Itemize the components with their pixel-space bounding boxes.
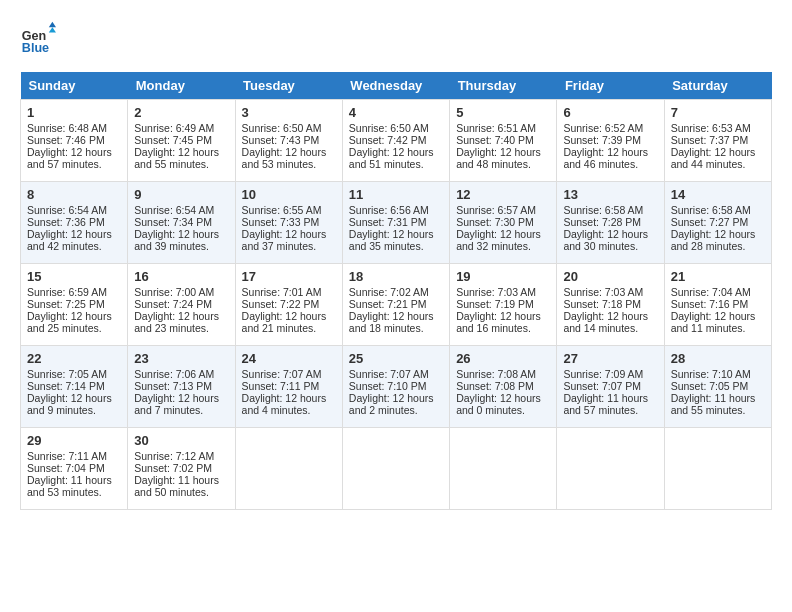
sunrise: Sunrise: 7:00 AM bbox=[134, 286, 214, 298]
day-number: 26 bbox=[456, 351, 550, 366]
sunset: Sunset: 7:18 PM bbox=[563, 298, 641, 310]
calendar-cell: 7Sunrise: 6:53 AMSunset: 7:37 PMDaylight… bbox=[664, 100, 771, 182]
sunrise: Sunrise: 6:51 AM bbox=[456, 122, 536, 134]
day-number: 13 bbox=[563, 187, 657, 202]
sunrise: Sunrise: 7:10 AM bbox=[671, 368, 751, 380]
sunset: Sunset: 7:14 PM bbox=[27, 380, 105, 392]
daylight-label: Daylight: 12 hours and 4 minutes. bbox=[242, 392, 327, 416]
daylight-label: Daylight: 12 hours and 44 minutes. bbox=[671, 146, 756, 170]
sunrise: Sunrise: 7:09 AM bbox=[563, 368, 643, 380]
sunset: Sunset: 7:42 PM bbox=[349, 134, 427, 146]
col-header-friday: Friday bbox=[557, 72, 664, 100]
calendar-cell: 4Sunrise: 6:50 AMSunset: 7:42 PMDaylight… bbox=[342, 100, 449, 182]
calendar-cell: 22Sunrise: 7:05 AMSunset: 7:14 PMDayligh… bbox=[21, 346, 128, 428]
calendar-cell: 9Sunrise: 6:54 AMSunset: 7:34 PMDaylight… bbox=[128, 182, 235, 264]
day-number: 7 bbox=[671, 105, 765, 120]
calendar-cell: 21Sunrise: 7:04 AMSunset: 7:16 PMDayligh… bbox=[664, 264, 771, 346]
sunrise: Sunrise: 7:12 AM bbox=[134, 450, 214, 462]
day-number: 23 bbox=[134, 351, 228, 366]
day-number: 12 bbox=[456, 187, 550, 202]
sunset: Sunset: 7:28 PM bbox=[563, 216, 641, 228]
sunset: Sunset: 7:04 PM bbox=[27, 462, 105, 474]
day-number: 29 bbox=[27, 433, 121, 448]
col-header-thursday: Thursday bbox=[450, 72, 557, 100]
day-number: 18 bbox=[349, 269, 443, 284]
week-row-4: 22Sunrise: 7:05 AMSunset: 7:14 PMDayligh… bbox=[21, 346, 772, 428]
sunset: Sunset: 7:24 PM bbox=[134, 298, 212, 310]
daylight-label: Daylight: 12 hours and 16 minutes. bbox=[456, 310, 541, 334]
sunrise: Sunrise: 7:03 AM bbox=[456, 286, 536, 298]
daylight-label: Daylight: 11 hours and 55 minutes. bbox=[671, 392, 756, 416]
day-number: 10 bbox=[242, 187, 336, 202]
calendar-cell: 16Sunrise: 7:00 AMSunset: 7:24 PMDayligh… bbox=[128, 264, 235, 346]
daylight-label: Daylight: 12 hours and 48 minutes. bbox=[456, 146, 541, 170]
calendar-cell: 8Sunrise: 6:54 AMSunset: 7:36 PMDaylight… bbox=[21, 182, 128, 264]
day-number: 21 bbox=[671, 269, 765, 284]
daylight-label: Daylight: 12 hours and 37 minutes. bbox=[242, 228, 327, 252]
day-number: 3 bbox=[242, 105, 336, 120]
daylight-label: Daylight: 12 hours and 39 minutes. bbox=[134, 228, 219, 252]
sunrise: Sunrise: 6:59 AM bbox=[27, 286, 107, 298]
calendar-cell: 19Sunrise: 7:03 AMSunset: 7:19 PMDayligh… bbox=[450, 264, 557, 346]
logo-icon: Gen Blue bbox=[20, 20, 56, 56]
sunset: Sunset: 7:22 PM bbox=[242, 298, 320, 310]
calendar-cell: 12Sunrise: 6:57 AMSunset: 7:30 PMDayligh… bbox=[450, 182, 557, 264]
col-header-tuesday: Tuesday bbox=[235, 72, 342, 100]
col-header-monday: Monday bbox=[128, 72, 235, 100]
daylight-label: Daylight: 12 hours and 46 minutes. bbox=[563, 146, 648, 170]
sunset: Sunset: 7:39 PM bbox=[563, 134, 641, 146]
calendar-cell: 23Sunrise: 7:06 AMSunset: 7:13 PMDayligh… bbox=[128, 346, 235, 428]
sunset: Sunset: 7:08 PM bbox=[456, 380, 534, 392]
sunrise: Sunrise: 7:01 AM bbox=[242, 286, 322, 298]
sunrise: Sunrise: 6:50 AM bbox=[349, 122, 429, 134]
sunrise: Sunrise: 7:03 AM bbox=[563, 286, 643, 298]
col-header-saturday: Saturday bbox=[664, 72, 771, 100]
daylight-label: Daylight: 12 hours and 25 minutes. bbox=[27, 310, 112, 334]
daylight-label: Daylight: 12 hours and 55 minutes. bbox=[134, 146, 219, 170]
sunrise: Sunrise: 6:57 AM bbox=[456, 204, 536, 216]
week-row-5: 29Sunrise: 7:11 AMSunset: 7:04 PMDayligh… bbox=[21, 428, 772, 510]
day-number: 15 bbox=[27, 269, 121, 284]
sunrise: Sunrise: 6:58 AM bbox=[671, 204, 751, 216]
calendar-cell: 27Sunrise: 7:09 AMSunset: 7:07 PMDayligh… bbox=[557, 346, 664, 428]
day-number: 4 bbox=[349, 105, 443, 120]
week-row-1: 1Sunrise: 6:48 AMSunset: 7:46 PMDaylight… bbox=[21, 100, 772, 182]
day-number: 19 bbox=[456, 269, 550, 284]
daylight-label: Daylight: 12 hours and 53 minutes. bbox=[242, 146, 327, 170]
calendar-table: SundayMondayTuesdayWednesdayThursdayFrid… bbox=[20, 72, 772, 510]
daylight-label: Daylight: 12 hours and 9 minutes. bbox=[27, 392, 112, 416]
calendar-cell bbox=[557, 428, 664, 510]
page-header: Gen Blue bbox=[20, 20, 772, 56]
day-number: 8 bbox=[27, 187, 121, 202]
sunrise: Sunrise: 6:55 AM bbox=[242, 204, 322, 216]
daylight-label: Daylight: 12 hours and 35 minutes. bbox=[349, 228, 434, 252]
day-number: 5 bbox=[456, 105, 550, 120]
calendar-cell: 6Sunrise: 6:52 AMSunset: 7:39 PMDaylight… bbox=[557, 100, 664, 182]
sunset: Sunset: 7:31 PM bbox=[349, 216, 427, 228]
sunset: Sunset: 7:43 PM bbox=[242, 134, 320, 146]
calendar-cell: 29Sunrise: 7:11 AMSunset: 7:04 PMDayligh… bbox=[21, 428, 128, 510]
sunrise: Sunrise: 7:02 AM bbox=[349, 286, 429, 298]
calendar-cell: 20Sunrise: 7:03 AMSunset: 7:18 PMDayligh… bbox=[557, 264, 664, 346]
daylight-label: Daylight: 12 hours and 23 minutes. bbox=[134, 310, 219, 334]
sunset: Sunset: 7:16 PM bbox=[671, 298, 749, 310]
sunrise: Sunrise: 7:05 AM bbox=[27, 368, 107, 380]
calendar-cell: 28Sunrise: 7:10 AMSunset: 7:05 PMDayligh… bbox=[664, 346, 771, 428]
sunset: Sunset: 7:34 PM bbox=[134, 216, 212, 228]
daylight-label: Daylight: 11 hours and 57 minutes. bbox=[563, 392, 648, 416]
calendar-cell: 3Sunrise: 6:50 AMSunset: 7:43 PMDaylight… bbox=[235, 100, 342, 182]
calendar-cell: 25Sunrise: 7:07 AMSunset: 7:10 PMDayligh… bbox=[342, 346, 449, 428]
day-number: 20 bbox=[563, 269, 657, 284]
sunset: Sunset: 7:45 PM bbox=[134, 134, 212, 146]
day-number: 14 bbox=[671, 187, 765, 202]
calendar-cell bbox=[664, 428, 771, 510]
sunset: Sunset: 7:46 PM bbox=[27, 134, 105, 146]
daylight-label: Daylight: 12 hours and 30 minutes. bbox=[563, 228, 648, 252]
daylight-label: Daylight: 11 hours and 50 minutes. bbox=[134, 474, 219, 498]
calendar-cell: 10Sunrise: 6:55 AMSunset: 7:33 PMDayligh… bbox=[235, 182, 342, 264]
sunrise: Sunrise: 6:53 AM bbox=[671, 122, 751, 134]
sunrise: Sunrise: 6:52 AM bbox=[563, 122, 643, 134]
day-number: 25 bbox=[349, 351, 443, 366]
calendar-cell: 26Sunrise: 7:08 AMSunset: 7:08 PMDayligh… bbox=[450, 346, 557, 428]
calendar-cell bbox=[342, 428, 449, 510]
